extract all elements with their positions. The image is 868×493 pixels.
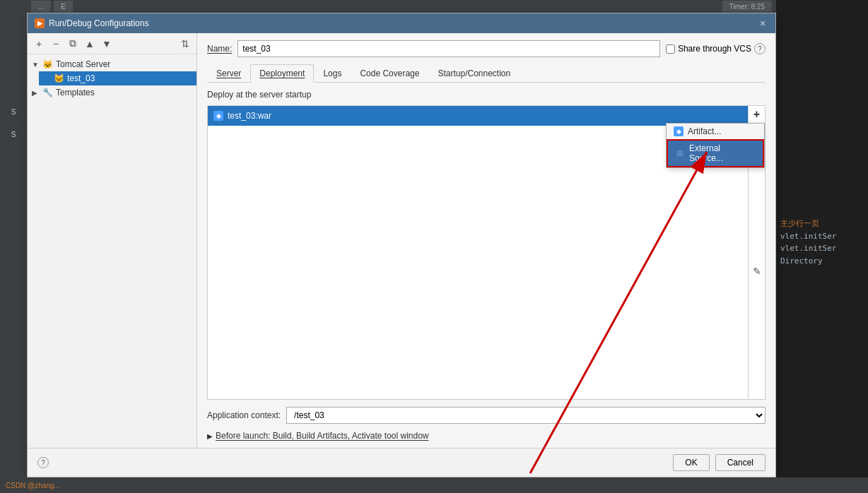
tomcat-icon: 🐱 [42, 59, 53, 70]
ide-tab-3[interactable]: Timer: 8:25 [722, 1, 772, 12]
service-icon-2[interactable]: S [4, 124, 23, 144]
tab-code-coverage[interactable]: Code Coverage [351, 64, 428, 83]
tree-add-button[interactable]: + [32, 37, 46, 51]
share-vcs-label: Share through VCS [678, 44, 751, 54]
deploy-item-label: test_03:war [228, 111, 271, 121]
dialog-title-bar: ▶ Run/Debug Configurations × [28, 13, 775, 33]
name-row: Name: Share through VCS ? [207, 40, 766, 57]
name-label: Name: [207, 44, 232, 54]
tree-templates[interactable]: ▶ 🔧 Templates [28, 85, 197, 100]
tree-tomcat-server[interactable]: ▼ 🐱 Tomcat Server [28, 57, 197, 71]
deploy-section-label: Deploy at the server startup [207, 90, 766, 100]
before-launch-header[interactable]: ▶ Before launch: Build, Build Artifacts,… [207, 431, 766, 441]
before-launch-arrow-icon: ▶ [207, 432, 213, 440]
dialog-container: ▶ Run/Debug Configurations × + − ⧉ ▲ ▼ ⇅ [27, 13, 776, 477]
footer-help-icon[interactable]: ? [37, 457, 49, 468]
context-menu-external-source[interactable]: ⊞ External Source... [667, 139, 764, 167]
context-menu-artifact-label: Artifact... [688, 126, 721, 136]
close-button[interactable]: × [757, 18, 768, 29]
dialog-title-left: ▶ Run/Debug Configurations [35, 18, 148, 28]
left-panel: S S [0, 0, 27, 493]
test-item-label: test_03 [67, 73, 95, 83]
cancel-button[interactable]: Cancel [715, 454, 766, 471]
tomcat-label: Tomcat Server [56, 59, 110, 69]
name-input[interactable] [237, 40, 660, 57]
ok-button[interactable]: OK [673, 454, 709, 471]
context-menu: ◆ Artifact... ⊞ External Source... [666, 123, 765, 168]
war-artifact-icon: ◆ [213, 111, 223, 121]
context-menu-artifact[interactable]: ◆ Artifact... [667, 124, 764, 139]
right-line-4: Directory [780, 255, 864, 268]
deploy-area-wrapper: ◆ test_03:war + ◆ [207, 105, 766, 400]
context-menu-external-label: External Source... [689, 143, 756, 163]
templates-label: Templates [56, 88, 95, 97]
tree-panel: + − ⧉ ▲ ▼ ⇅ ▼ 🐱 Tomcat Server [28, 33, 197, 448]
bottom-bar: CSDN @zhang... [0, 477, 868, 493]
dialog-footer: ? OK Cancel [28, 448, 775, 477]
deploy-sidebar: + ◆ Artifact... ⊞ External So [748, 106, 765, 399]
app-context-select[interactable]: /test_03 [286, 407, 766, 424]
tree-section: 🐱 test_03 [28, 71, 197, 85]
service-icon-1[interactable]: S [4, 102, 23, 121]
deployment-content: Deploy at the server startup ◆ test_03:w… [207, 90, 766, 441]
app-context-row: Application context: /test_03 [207, 407, 766, 424]
ide-top-bar: ... E Timer: 8:25 [27, 0, 776, 13]
app-context-label: Application context: [207, 410, 281, 420]
config-panel: Name: Share through VCS ? Server Deploym… [197, 33, 775, 448]
artifact-menu-icon: ◆ [674, 126, 684, 136]
tree-test-item[interactable]: 🐱 test_03 [39, 71, 197, 85]
dialog-title-icon: ▶ [35, 18, 45, 28]
tree-sort-button[interactable]: ⇅ [178, 37, 192, 51]
tab-startup-connection[interactable]: Startup/Connection [428, 64, 520, 83]
before-launch-section: ▶ Before launch: Build, Build Artifacts,… [207, 431, 766, 441]
tree-move-down-button[interactable]: ▼ [100, 37, 114, 51]
tab-server[interactable]: Server [207, 64, 250, 83]
right-panel: 主少行一页 vlet.initSer vlet.initSer Director… [776, 0, 868, 493]
tree-remove-button[interactable]: − [49, 37, 63, 51]
dialog-title-text: Run/Debug Configurations [49, 18, 148, 28]
deploy-list-box: ◆ test_03:war + ◆ [207, 105, 766, 400]
ide-tab-1[interactable]: ... [31, 1, 51, 12]
share-vcs-checkbox[interactable] [666, 44, 675, 54]
share-checkbox-area: Share through VCS ? [666, 43, 766, 54]
tab-logs[interactable]: Logs [314, 64, 351, 83]
external-source-menu-icon: ⊞ [675, 148, 685, 158]
before-launch-text: Before launch: Build, Build Artifacts, A… [216, 431, 429, 441]
tree-toolbar: + − ⧉ ▲ ▼ ⇅ [28, 33, 197, 54]
deploy-add-button[interactable]: + [750, 107, 764, 121]
deploy-edit-button[interactable]: ✎ [750, 264, 764, 278]
dialog-body: + − ⧉ ▲ ▼ ⇅ ▼ 🐱 Tomcat Server [28, 33, 775, 448]
templates-icon: 🔧 [42, 87, 53, 98]
tree-move-up-button[interactable]: ▲ [83, 37, 97, 51]
right-line-3: vlet.initSer [780, 242, 864, 255]
tomcat-expand-arrow: ▼ [32, 61, 40, 69]
share-vcs-help-icon[interactable]: ? [754, 43, 766, 54]
bottom-bar-text: CSDN @zhang... [6, 482, 60, 489]
test-item-icon: 🐱 [53, 73, 64, 84]
templates-arrow: ▶ [32, 89, 40, 97]
tab-deployment[interactable]: Deployment [250, 64, 314, 83]
tree-copy-button[interactable]: ⧉ [66, 37, 80, 51]
right-line-2: vlet.initSer [780, 230, 864, 243]
ide-tab-2[interactable]: E [54, 1, 73, 12]
right-line-1: 主少行一页 [780, 218, 864, 230]
run-debug-configurations-dialog: ▶ Run/Debug Configurations × + − ⧉ ▲ ▼ ⇅ [27, 13, 776, 477]
tree-content: ▼ 🐱 Tomcat Server 🐱 test_03 [28, 54, 197, 448]
tabs-bar: Server Deployment Logs Code Coverage Sta… [207, 64, 766, 83]
